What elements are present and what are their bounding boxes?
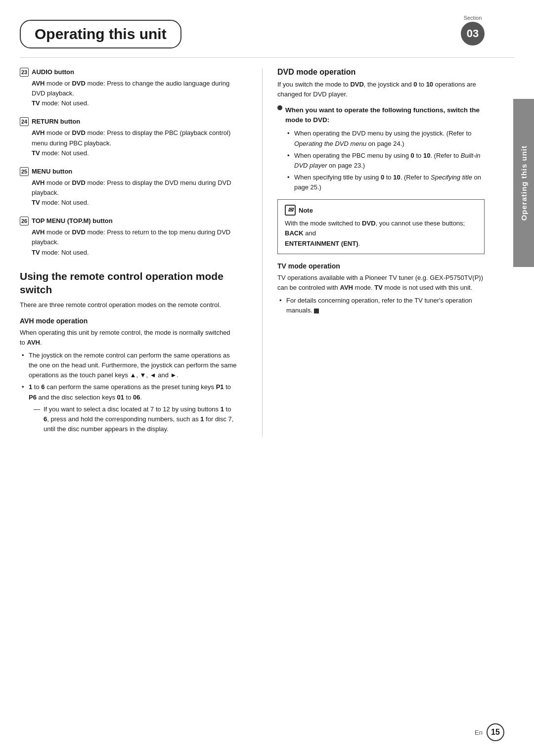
note-body: With the mode switched to DVD, you canno… <box>285 219 477 248</box>
avh-sub-bullet-1: If you want to select a disc located at … <box>34 404 237 434</box>
tv-bullet-1: For details concerning operation, refer … <box>277 296 485 315</box>
right-column: DVD mode operation If you switch the mod… <box>272 68 485 437</box>
dvd-intro: If you switch the mode to DVD, the joyst… <box>277 80 485 99</box>
item-26-title: TOP MENU (TOP.M) button <box>32 217 113 224</box>
dvd-ref-1: Operating the DVD menu <box>294 140 366 147</box>
dvd-ref-3: Specifying title <box>431 174 472 181</box>
item-24-body: AVH mode or DVD mode: Press to display t… <box>32 128 237 158</box>
end-square-icon <box>314 309 319 313</box>
note-box: ✉ Note With the mode switched to DVD, yo… <box>277 199 485 254</box>
item-25-title: MENU button <box>32 168 72 175</box>
item-26-badge: 26 <box>20 217 29 225</box>
dvd-bullet-2: When operating the PBC menu by using 0 t… <box>285 151 485 171</box>
note-title: Note <box>299 207 313 214</box>
avh-intro: When operating this unit by remote contr… <box>20 328 237 348</box>
item-26-header: 26 TOP MENU (TOP.M) button <box>20 217 237 225</box>
item-26-tv: TV <box>32 249 40 256</box>
avh-sub-bullet-list: If you want to select a disc located at … <box>34 404 237 434</box>
dvd-bullet-3: When specifying title by using 0 to 10. … <box>285 173 485 192</box>
remote-control-intro: There are three remote control operation… <box>20 300 237 310</box>
item-25-body: AVH mode or DVD mode: Press to display t… <box>32 178 237 208</box>
item-23-avh: AVH <box>32 80 44 87</box>
dvd-bold: DVD <box>350 81 363 88</box>
item-25-tv: TV <box>32 199 40 206</box>
section-number: 03 <box>461 22 485 45</box>
item-25-header: 25 MENU button <box>20 167 237 176</box>
item-25: 25 MENU button AVH mode or DVD mode: Pre… <box>20 167 237 208</box>
item-23-tv: TV <box>32 99 40 107</box>
avh-bullet-2: 1 to 6 can perform the same operations a… <box>20 382 237 434</box>
item-25-badge: 25 <box>20 167 29 176</box>
dvd-bold-bullet-text: When you want to operate the following f… <box>285 105 485 125</box>
item-26: 26 TOP MENU (TOP.M) button AVH mode or D… <box>20 217 237 257</box>
filled-bullet-icon <box>277 105 282 110</box>
avh-bold: AVH <box>27 339 40 346</box>
page: Operating this unit Section 03 Operating… <box>0 0 534 756</box>
note-icon: ✉ <box>285 205 296 216</box>
item-25-avh: AVH <box>32 179 44 186</box>
page-header: Operating this unit Section 03 <box>0 0 534 48</box>
item-24-tv: TV <box>32 149 40 157</box>
item-24-avh: AVH <box>32 129 44 136</box>
dvd-mode-heading: DVD mode operation <box>277 68 485 77</box>
dvd-bullet-list: When operating the DVD menu by using the… <box>285 129 485 192</box>
footer-en-label: En <box>475 729 483 736</box>
entertainment-bold: ENTERTAINMENT (ENT) <box>285 240 358 247</box>
left-column: 23 AUDIO button AVH mode or DVD mode: Pr… <box>20 68 252 437</box>
item-23-header: 23 AUDIO button <box>20 68 237 77</box>
tv-bullet-list: For details concerning operation, refer … <box>277 296 485 315</box>
item-24-dvd: DVD <box>72 129 85 136</box>
column-divider <box>262 68 263 437</box>
item-24-header: 24 RETURN button <box>20 117 237 126</box>
item-26-body: AVH mode or DVD mode: Press to return to… <box>32 227 237 257</box>
item-25-dvd: DVD <box>72 179 85 186</box>
dvd-bullet-1: When operating the DVD menu by using the… <box>285 129 485 148</box>
item-23-title: AUDIO button <box>32 68 74 76</box>
item-23-badge: 23 <box>20 68 29 77</box>
tv-intro: TV operations available with a Pioneer T… <box>277 273 485 293</box>
dvd-bold-bullet: When you want to operate the following f… <box>277 105 485 125</box>
item-24-badge: 24 <box>20 117 29 126</box>
tv-mode-heading: TV mode operation <box>277 262 485 270</box>
avh-bullet-list: The joystick on the remote control can p… <box>20 351 237 434</box>
item-23-dvd: DVD <box>72 80 85 87</box>
item-24: 24 RETURN button AVH mode or DVD mode: P… <box>20 117 237 158</box>
avh-mode-heading: AVH mode operation <box>20 317 237 325</box>
avh-bullet-1: The joystick on the remote control can p… <box>20 351 237 380</box>
item-23: 23 AUDIO button AVH mode or DVD mode: Pr… <box>20 68 237 108</box>
item-26-dvd: DVD <box>72 228 85 236</box>
item-26-avh: AVH <box>32 228 44 236</box>
note-header: ✉ Note <box>285 205 477 216</box>
item-24-title: RETURN button <box>32 118 80 125</box>
side-tab: Operating this unit <box>513 99 534 267</box>
item-23-body: AVH mode or DVD mode: Press to change th… <box>32 79 237 108</box>
side-tab-label: Operating this unit <box>520 145 528 221</box>
title-box: Operating this unit <box>20 20 181 48</box>
dvd-ref-2: Built-in DVD player <box>294 152 481 169</box>
page-title: Operating this unit <box>35 26 167 43</box>
section-box: Section 03 <box>461 15 485 45</box>
main-content: 23 AUDIO button AVH mode or DVD mode: Pr… <box>0 58 534 447</box>
page-footer: En 15 <box>0 723 534 741</box>
remote-control-heading: Using the remote control operation mode … <box>20 269 237 297</box>
section-label: Section <box>461 15 485 21</box>
page-number: 15 <box>487 723 504 741</box>
